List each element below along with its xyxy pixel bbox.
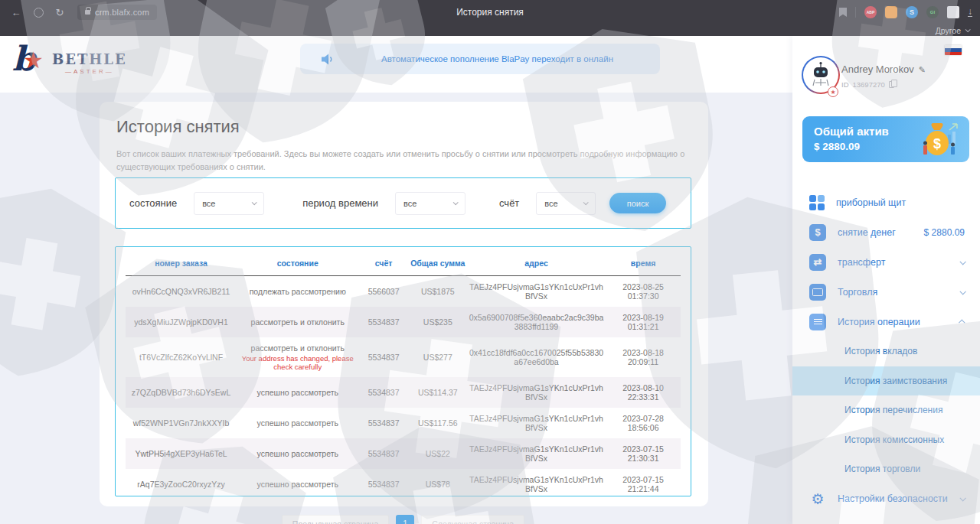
- speaker-icon: [322, 54, 335, 65]
- table-row: rAq7E3yZooC20rxyzYzyуспешно рассмотреть5…: [126, 469, 681, 500]
- col-status: состояние: [237, 247, 359, 276]
- table-row: ovHn6CcQNQ3xVR6JB211подлежать рассмотрен…: [126, 276, 681, 308]
- state-filter-select[interactable]: все: [194, 192, 264, 215]
- table-body: ovHn6CcQNQ3xVR6JB211подлежать рассмотрен…: [126, 276, 681, 500]
- url-text[interactable]: crm.blafx.com: [95, 8, 149, 17]
- chevron-down-icon: [959, 259, 965, 265]
- withdraw-money-icon: $: [809, 224, 826, 241]
- adblock-extension-icon[interactable]: ABP: [864, 6, 877, 18]
- avatar-badge-icon: ★: [828, 86, 838, 97]
- copy-icon[interactable]: [889, 81, 894, 88]
- money-bag-icon: $: [917, 122, 962, 158]
- table-row: wf52WNP1VGn7JnkXXYIbуспешно рассмотреть5…: [126, 408, 681, 438]
- browser-topbar: ← ↻ crm.blafx.com История снятия ABP S G…: [0, 0, 980, 36]
- user-id-row: ID 13697270: [841, 80, 894, 89]
- sidebar-item-deposit-history[interactable]: История вкладов: [792, 337, 980, 366]
- chevron-down-icon: [959, 495, 965, 501]
- col-time: время: [606, 247, 681, 276]
- sidebar-item-commission-history[interactable]: История комиссионных: [792, 425, 980, 455]
- sidebar-item-history[interactable]: История операции: [792, 307, 980, 337]
- search-button[interactable]: поиск: [609, 193, 666, 213]
- brand-logo[interactable]: b★ BETHLE ASTER: [12, 45, 127, 82]
- withdrawals-table: номер заказа состояние счёт Общая сумма …: [126, 247, 681, 500]
- sidebar-item-trading-history[interactable]: История торговли: [792, 454, 980, 484]
- withdrawals-table-container: номер заказа состояние счёт Общая сумма …: [115, 246, 691, 496]
- user-id-label: ID: [841, 80, 849, 89]
- notes-extension-icon[interactable]: [947, 6, 959, 18]
- reload-icon[interactable]: ↻: [51, 7, 68, 18]
- transfer-icon: ⇄: [809, 254, 826, 271]
- filter-bar: состояние все период времени все счёт вс…: [115, 177, 691, 229]
- trading-icon: [809, 284, 826, 301]
- address-bar[interactable]: crm.blafx.com: [77, 5, 157, 20]
- language-flag-ru[interactable]: [945, 45, 962, 55]
- col-total: Общая сумма: [409, 247, 467, 276]
- page-title: История снятия: [116, 117, 708, 137]
- account-filter-label: счёт: [499, 197, 519, 209]
- bookmarks-other-label[interactable]: Другое: [936, 26, 961, 35]
- chevron-down-icon: [959, 288, 965, 295]
- address-warning-note: Your address has changed, please check c…: [238, 354, 358, 371]
- sidebar-item-trading[interactable]: Торговля: [792, 277, 980, 307]
- right-sidebar: ★ Andrey Morokov✎ ID 13697270 Общий акти…: [792, 36, 980, 524]
- current-page-button[interactable]: 1: [396, 515, 414, 524]
- chevron-down-icon: [252, 200, 257, 205]
- period-filter-label: период времени: [302, 197, 378, 209]
- bookmark-flag-icon[interactable]: [839, 8, 847, 17]
- col-account: счёт: [359, 247, 409, 276]
- withdraw-amount: $ 2880.09: [924, 227, 965, 238]
- browser-page-title: История снятия: [456, 7, 524, 18]
- table-row: tT6VcZlfcZ62KoYvLlNFрассмотреть и отклон…: [126, 337, 681, 377]
- user-name: Andrey Morokov✎: [841, 63, 926, 75]
- col-order-number: номер заказа: [126, 247, 237, 276]
- sidebar-item-security-settings[interactable]: ⚙ Настройки безопасности: [792, 484, 980, 514]
- orange-extension-icon[interactable]: [885, 6, 897, 18]
- green-extension-icon[interactable]: GI: [926, 6, 939, 18]
- next-page-button[interactable]: Следующая страница: [421, 515, 524, 524]
- sidebar-item-transfer[interactable]: ⇄ трансферт: [792, 247, 980, 277]
- page-description: Вот список ваших платежных требований. З…: [116, 148, 687, 174]
- blue-extension-icon[interactable]: S: [906, 6, 918, 18]
- col-address: адрес: [467, 247, 606, 276]
- table-header-row: номер заказа состояние счёт Общая сумма …: [126, 247, 681, 276]
- edit-name-icon[interactable]: ✎: [919, 65, 926, 74]
- logo-mark-icon: b★: [12, 45, 46, 82]
- pagination: Предыдущая страница 1 Следующая страница: [116, 515, 691, 524]
- table-row: YwtPH5i4gXEP3yHa6TeLуспешно рассмотреть5…: [126, 438, 681, 469]
- user-id-value: 13697270: [853, 80, 885, 89]
- chevron-up-icon: [959, 319, 965, 325]
- lock-icon: [85, 10, 90, 15]
- dashboard-icon: [809, 195, 825, 210]
- sidebar-item-dashboard[interactable]: приборный щит: [792, 187, 980, 217]
- total-asset-card: Общий актив $ 2880.09 $: [802, 116, 969, 162]
- state-filter-label: состояние: [129, 197, 177, 209]
- gear-icon: ⚙: [809, 490, 826, 508]
- prev-page-button[interactable]: Предыдущая страница: [282, 515, 389, 524]
- svg-text:$: $: [933, 136, 941, 151]
- period-filter-select[interactable]: все: [395, 192, 466, 215]
- logo-title: BETHLE: [52, 53, 127, 67]
- chevron-down-icon: [583, 200, 589, 205]
- history-icon: [809, 314, 826, 330]
- logo-subtitle: ASTER: [52, 69, 127, 75]
- main-content-card: История снятия Вот список ваших платежны…: [100, 102, 708, 506]
- account-filter-select[interactable]: все: [536, 192, 596, 215]
- sidebar-item-transfer-history[interactable]: История перечисления: [792, 395, 980, 425]
- download-icon[interactable]: ↓: [968, 8, 972, 17]
- chevron-down-icon: [453, 200, 459, 205]
- back-icon[interactable]: ←: [8, 7, 24, 18]
- sidebar-item-withdraw[interactable]: $ снятие денег $ 2880.09: [792, 217, 980, 247]
- chevron-down-icon[interactable]: [965, 27, 971, 32]
- sidebar-menu: приборный щит $ снятие денег $ 2880.09 ⇄…: [792, 187, 980, 514]
- table-row: ydsXgMiuJZWpjpKD0VH1рассмотреть и отклон…: [126, 307, 681, 337]
- banner-text: Автоматическое пополнение BlaPay переход…: [335, 54, 660, 63]
- sidebar-item-borrowing-history[interactable]: История заимствования: [792, 366, 980, 396]
- robot-avatar-icon: [805, 60, 836, 90]
- announcement-banner: Автоматическое пополнение BlaPay переход…: [300, 44, 660, 74]
- divider: [855, 7, 856, 18]
- table-row: z7QZqDBVBd73h6DYsEwLуспешно рассмотреть5…: [126, 377, 681, 408]
- profile-ring-icon[interactable]: [34, 8, 44, 18]
